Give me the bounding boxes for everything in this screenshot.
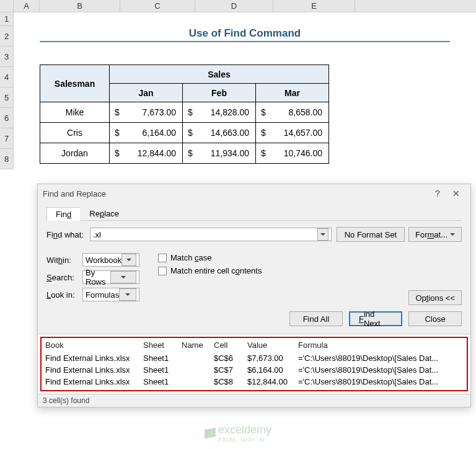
row-header-7[interactable]: 7 — [0, 128, 14, 149]
tab-replace[interactable]: Replace — [80, 207, 128, 220]
chevron-down-icon[interactable] — [317, 228, 328, 241]
within-label: Within: — [46, 256, 82, 265]
table-row[interactable]: Mike $7,673.00 $14,828.00 $8,658.00 — [40, 102, 329, 123]
row-header-2[interactable]: 2 — [0, 26, 14, 47]
match-case-label: Match case — [170, 253, 211, 262]
salesman-name: Mike — [40, 102, 110, 123]
lookin-label: Look in: — [46, 290, 82, 300]
find-what-input[interactable] — [90, 228, 332, 241]
spreadsheet-grid: A B C D E 1 2 3 4 5 6 7 8 Use of Find Co… — [0, 0, 476, 12]
page-title: Use of Find Command — [40, 26, 450, 42]
search-label: Search: — [46, 273, 82, 282]
header-mar: Mar — [256, 84, 329, 102]
format-button[interactable]: Format... — [408, 227, 462, 242]
header-jan: Jan — [110, 84, 183, 102]
col-header-a[interactable]: A — [14, 0, 40, 12]
results-area: Book Sheet Name Cell Value Formula Find … — [38, 334, 470, 407]
row-header-6[interactable]: 6 — [0, 108, 14, 128]
col-header-d[interactable]: D — [195, 0, 273, 12]
find-all-button[interactable]: Find All — [289, 311, 343, 326]
results-row[interactable]: Find External Links.xlsx Sheet1 $C$6 $7,… — [45, 352, 463, 364]
match-case-checkbox[interactable] — [158, 254, 167, 262]
within-select[interactable]: Workbook — [82, 253, 139, 267]
find-replace-dialog: Find and Replace ? ✕ Find Replace Find w… — [37, 184, 471, 407]
close-icon[interactable]: ✕ — [447, 189, 465, 198]
dialog-titlebar[interactable]: Find and Replace ? ✕ — [38, 184, 470, 203]
results-row[interactable]: Find External Links.xlsx Sheet1 $C$7 $6,… — [45, 364, 463, 376]
options-button[interactable]: Options << — [408, 290, 462, 305]
table-row[interactable]: Cris $6,164.00 $14,663.00 $14,657.00 — [40, 123, 329, 143]
no-format-set-button[interactable]: No Format Set — [337, 227, 405, 242]
col-header-c[interactable]: C — [120, 0, 195, 12]
results-header: Book Sheet Name Cell Value Formula — [45, 340, 463, 352]
header-sales: Sales — [110, 65, 329, 84]
tab-find[interactable]: Find — [46, 207, 81, 221]
row-header-1[interactable]: 1 — [0, 12, 14, 26]
header-salesman: Salesman — [40, 65, 110, 102]
select-all-corner[interactable] — [0, 0, 14, 12]
logo-icon — [205, 428, 216, 439]
row-header-3[interactable]: 3 — [0, 47, 14, 67]
help-icon[interactable]: ? — [428, 189, 447, 198]
lookin-select[interactable]: Formulas — [82, 288, 139, 301]
salesman-name: Cris — [40, 123, 110, 143]
dialog-title: Find and Replace — [43, 189, 428, 198]
search-select[interactable]: By Rows — [82, 270, 139, 284]
match-entire-label: Match entire cell contents — [170, 266, 262, 275]
close-button[interactable]: Close — [408, 311, 462, 326]
row-header-4[interactable]: 4 — [0, 67, 14, 87]
status-bar: 3 cell(s) found — [38, 394, 470, 407]
results-row[interactable]: Find External Links.xlsx Sheet1 $C$8 $12… — [45, 376, 463, 388]
chevron-down-icon[interactable] — [121, 254, 136, 266]
row-headers: 1 2 3 4 5 6 7 8 — [0, 12, 14, 169]
header-feb: Feb — [183, 84, 256, 102]
salesman-name: Jordan — [40, 143, 110, 164]
find-next-button[interactable]: Find Next — [349, 311, 402, 326]
chevron-down-icon[interactable] — [110, 271, 136, 283]
row-header-8[interactable]: 8 — [0, 149, 14, 169]
col-header-b[interactable]: B — [40, 0, 120, 12]
col-header-e[interactable]: E — [273, 0, 355, 12]
match-entire-checkbox[interactable] — [158, 267, 167, 275]
dialog-tabs: Find Replace — [46, 207, 462, 221]
table-row[interactable]: Jordan $12,844.00 $11,934.00 $10,746.00 — [40, 143, 329, 164]
row-header-5[interactable]: 5 — [0, 87, 14, 108]
chevron-down-icon[interactable] — [119, 288, 136, 301]
find-what-label: Find what: — [46, 230, 90, 239]
column-headers: A B C D E — [0, 0, 476, 12]
sales-table: Salesman Sales Jan Feb Mar Mike $7,673.0… — [40, 64, 329, 164]
watermark: exceldemy EXCEL · DATA · BI — [205, 424, 271, 443]
